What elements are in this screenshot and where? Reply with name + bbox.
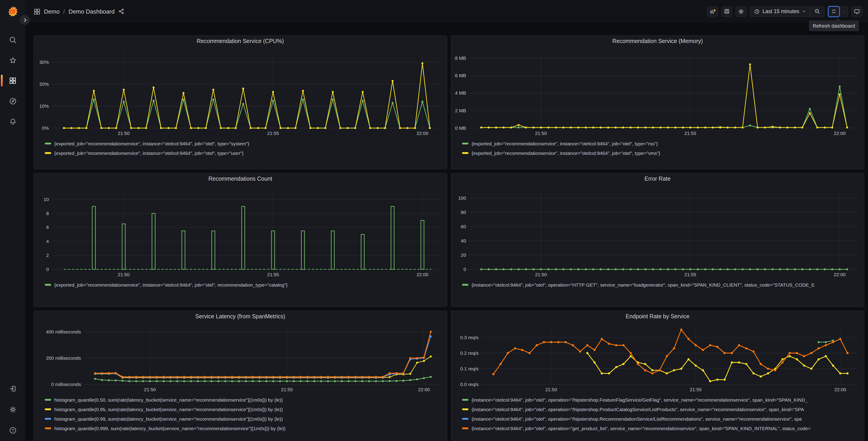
svg-text:0 milliseconds: 0 milliseconds <box>51 382 81 387</box>
panel-header[interactable]: Service Latency (from SpanMetrics) <box>34 311 447 322</box>
sidebar-item-starred[interactable] <box>0 56 25 65</box>
legend-label: {exported_job="recommendationservice", i… <box>471 150 660 155</box>
sidebar: ? <box>0 0 25 441</box>
zoom-out-time-button[interactable] <box>810 6 824 16</box>
svg-text:21:50: 21:50 <box>535 130 547 136</box>
svg-text:21:55: 21:55 <box>684 130 696 136</box>
chevron-down-icon <box>802 9 806 13</box>
save-dashboard-button[interactable] <box>721 6 732 17</box>
panel-chart-area[interactable]: 21:5021:5522:00020406080100 <box>451 184 864 278</box>
panel-header[interactable]: Recommendations Count <box>34 173 447 184</box>
legend-color-swatch <box>462 399 468 401</box>
svg-text:2: 2 <box>46 253 49 258</box>
dashboard-panel: Endpoint Rate by Service 21:5021:5522:00… <box>451 311 864 441</box>
legend-label: {instance="otelcol:9464", job="otel", op… <box>471 282 815 287</box>
svg-text:2 MB: 2 MB <box>455 108 466 113</box>
panel-chart-area[interactable]: 21:5021:5522:000.0 req/s0.1 req/s0.2 req… <box>451 322 864 393</box>
legend-item[interactable]: histogram_quantile(0.99, sum(rate(latenc… <box>45 414 442 423</box>
legend-color-swatch <box>45 408 51 410</box>
svg-text:0 MB: 0 MB <box>455 125 466 130</box>
dashboard-settings-button[interactable] <box>735 6 747 17</box>
legend-item[interactable]: {instance="otelcol:9464", job="otel", op… <box>462 423 859 433</box>
sidebar-item-sign-in[interactable] <box>0 384 25 393</box>
breadcrumb-section[interactable]: Demo <box>44 8 60 15</box>
sidebar-item-explore[interactable] <box>0 96 25 106</box>
refresh-interval-dropdown[interactable] <box>840 6 848 17</box>
share-icon[interactable] <box>118 8 124 14</box>
svg-text:21:50: 21:50 <box>118 272 129 277</box>
dashboard-panel-grid: Recommendation Service (CPU%) 21:5021:55… <box>25 23 868 441</box>
legend-item[interactable]: {instance="otelcol:9464", job="otel", op… <box>462 414 859 423</box>
legend-item[interactable]: {exported_job="recommendationservice", i… <box>45 280 442 289</box>
svg-text:22:00: 22:00 <box>834 387 846 392</box>
kiosk-mode-button[interactable] <box>851 6 863 17</box>
legend-item[interactable]: {exported_job="recommendationservice", i… <box>462 139 859 148</box>
panel-title: Recommendation Service (CPU%) <box>197 38 284 45</box>
chevron-down-icon <box>843 9 845 13</box>
breadcrumb: Demo / Demo Dashboard <box>33 8 124 15</box>
sidebar-item-help[interactable]: ? <box>0 425 25 435</box>
panel-title: Recommendation Service (Memory) <box>612 38 703 45</box>
legend-item[interactable]: {instance="otelcol:9464", job="otel", op… <box>462 404 859 414</box>
legend-color-swatch <box>462 142 468 144</box>
legend-label: {exported_job="recommendationservice", i… <box>54 141 249 146</box>
svg-text:6 MB: 6 MB <box>455 73 466 78</box>
dashboard-panel: Recommendation Service (Memory) 21:5021:… <box>451 35 864 169</box>
legend-label: {exported_job="recommendationservice", i… <box>54 150 244 155</box>
sidebar-item-alerting[interactable] <box>0 117 25 126</box>
svg-text:22:00: 22:00 <box>418 387 430 392</box>
legend-item[interactable]: {exported_job="recommendationservice", i… <box>45 139 442 148</box>
legend-color-swatch <box>45 427 51 429</box>
grafana-logo[interactable] <box>7 5 19 18</box>
svg-text:22:00: 22:00 <box>416 272 428 277</box>
panel-chart-area[interactable]: 21:5021:5522:000 milliseconds200 millise… <box>34 322 447 393</box>
dashboards-grid-icon <box>9 77 17 85</box>
svg-text:21:55: 21:55 <box>267 130 279 136</box>
top-navigation: Demo / Demo Dashboard Last 15 minutes <box>25 0 868 23</box>
legend-color-swatch <box>45 142 51 144</box>
svg-text:20: 20 <box>461 253 466 258</box>
svg-text:?: ? <box>11 428 14 432</box>
refresh-control: Refresh dashboard <box>828 6 848 17</box>
legend-item[interactable]: {instance="otelcol:9464", job="otel", op… <box>462 280 859 289</box>
sign-in-icon <box>8 384 17 393</box>
breadcrumb-page-title: Demo Dashboard <box>68 8 115 15</box>
grafana-app: ? Demo / Demo Dashboard <box>0 0 868 441</box>
gear-icon <box>738 8 744 15</box>
refresh-dashboard-button[interactable] <box>828 6 840 17</box>
legend-item[interactable]: histogram_quantile(0.999, sum(rate(laten… <box>45 423 442 433</box>
svg-text:100: 100 <box>458 195 466 201</box>
svg-text:4 MB: 4 MB <box>455 90 466 95</box>
add-panel-icon <box>709 8 716 15</box>
breadcrumb-separator: / <box>63 8 65 15</box>
panel-chart-area[interactable]: 21:5021:5522:000%10%20%30% <box>34 47 447 137</box>
legend-item[interactable]: {exported_job="recommendationservice", i… <box>462 148 859 157</box>
svg-text:0%: 0% <box>42 125 49 130</box>
panel-header[interactable]: Recommendation Service (Memory) <box>451 36 864 47</box>
legend-item[interactable]: {instance="otelcol:9464", job="otel", op… <box>462 395 859 404</box>
dashboard-panel: Error Rate 21:5021:5522:00020406080100 {… <box>451 173 864 307</box>
panel-header[interactable]: Recommendation Service (CPU%) <box>34 36 447 47</box>
legend-item[interactable]: {exported_job="recommendationservice", i… <box>45 148 442 157</box>
legend-item[interactable]: histogram_quantile(0.95, sum(rate(latenc… <box>45 404 442 414</box>
svg-text:21:55: 21:55 <box>267 272 279 277</box>
sidebar-item-dashboards[interactable] <box>0 76 25 85</box>
add-panel-button[interactable] <box>707 6 718 17</box>
svg-text:0.0 req/s: 0.0 req/s <box>460 382 478 387</box>
panel-header[interactable]: Endpoint Rate by Service <box>451 311 864 322</box>
sidebar-item-configuration[interactable] <box>0 405 25 414</box>
svg-text:21:50: 21:50 <box>545 387 557 392</box>
panel-header[interactable]: Error Rate <box>451 173 864 184</box>
legend-item[interactable]: histogram_quantile(0.50, sum(rate(latenc… <box>45 395 442 404</box>
panel-chart-area[interactable]: 21:5021:5522:000 MB2 MB4 MB6 MB8 MB <box>451 47 864 137</box>
sidebar-item-search[interactable] <box>0 35 25 45</box>
time-range-picker[interactable]: Last 15 minutes <box>750 6 810 16</box>
legend-label: {exported_job="recommendationservice", i… <box>54 282 288 287</box>
expand-sidebar-button[interactable] <box>20 15 30 25</box>
panel-chart-area[interactable]: 21:5021:5522:000246810 <box>34 184 447 278</box>
dashboard-panel: Service Latency (from SpanMetrics) 21:50… <box>33 311 447 441</box>
svg-text:22:00: 22:00 <box>834 272 846 277</box>
svg-text:10%: 10% <box>39 104 49 109</box>
legend-color-swatch <box>45 399 51 401</box>
svg-text:200 milliseconds: 200 milliseconds <box>46 355 81 361</box>
